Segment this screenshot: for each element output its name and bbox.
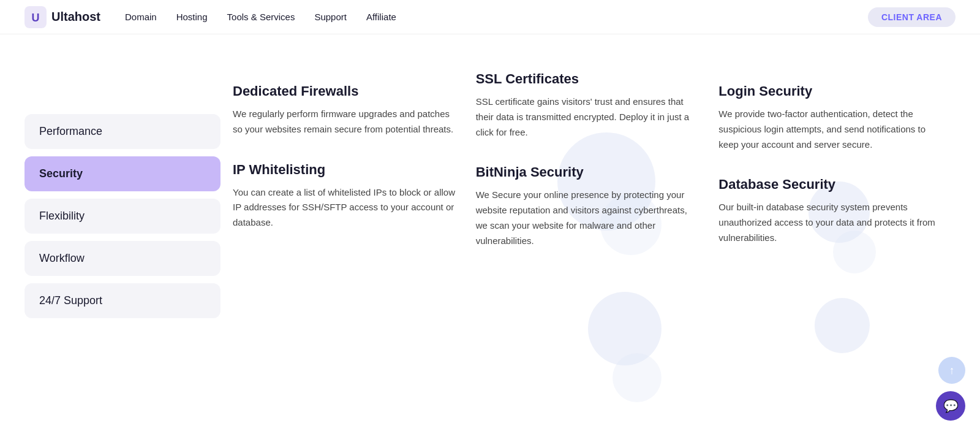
sidebar-item-security[interactable]: Security <box>24 156 221 191</box>
feature-column-3: Login Security We provide two-factor aut… <box>718 71 943 414</box>
feature-ip-whitelisting: IP Whitelisting You can create a list of… <box>233 162 458 231</box>
feature-desc: We Secure your online presence by protec… <box>476 188 701 248</box>
main-content: Performance Security Flexibility Workflo… <box>0 34 980 439</box>
feature-desc: Our built-in database security system pr… <box>718 200 943 245</box>
chat-button[interactable]: 💬 <box>936 391 965 421</box>
nav-hosting[interactable]: Hosting <box>176 12 208 22</box>
scroll-to-top-button[interactable]: ↑ <box>938 357 965 384</box>
feature-desc: You can create a list of whitelisted IPs… <box>233 185 458 231</box>
feature-column-1: Dedicated Firewalls We regularly perform… <box>233 71 458 414</box>
feature-title: SSL Certificates <box>476 71 701 87</box>
header: U Ultahost Domain Hosting Tools & Servic… <box>0 0 980 34</box>
feature-title: Login Security <box>718 83 943 99</box>
feature-desc: SSL certificate gains visitors' trust an… <box>476 94 701 140</box>
nav-support[interactable]: Support <box>314 12 347 22</box>
feature-dedicated-firewalls: Dedicated Firewalls We regularly perform… <box>233 83 458 137</box>
svg-text:U: U <box>32 12 40 24</box>
nav-affiliate[interactable]: Affiliate <box>366 12 396 22</box>
feature-column-2: SSL Certificates SSL certificate gains v… <box>476 71 701 414</box>
feature-title: BitNinja Security <box>476 164 701 180</box>
feature-ssl-certificates: SSL Certificates SSL certificate gains v… <box>476 71 701 140</box>
sidebar-item-performance[interactable]: Performance <box>24 114 221 149</box>
sidebar-item-workflow[interactable]: Workflow <box>24 241 221 276</box>
sidebar-item-support[interactable]: 24/7 Support <box>24 283 221 318</box>
nav-domain[interactable]: Domain <box>125 12 157 22</box>
feature-login-security: Login Security We provide two-factor aut… <box>718 83 943 152</box>
feature-title: IP Whitelisting <box>233 162 458 178</box>
feature-database-security: Database Security Our built-in database … <box>718 177 943 245</box>
nav-tools[interactable]: Tools & Services <box>227 12 295 22</box>
logo-icon: U <box>24 6 47 28</box>
feature-desc: We regularly perform firmware upgrades a… <box>233 107 458 137</box>
sidebar: Performance Security Flexibility Workflo… <box>24 71 221 414</box>
feature-bitninja-security: BitNinja Security We Secure your online … <box>476 164 701 248</box>
feature-title: Database Security <box>718 177 943 193</box>
logo-text: Ultahost <box>51 10 100 24</box>
feature-desc: We provide two-factor authentication, de… <box>718 107 943 152</box>
sidebar-item-flexibility[interactable]: Flexibility <box>24 199 221 234</box>
client-area-button[interactable]: CLIENT AREA <box>868 7 956 27</box>
feature-title: Dedicated Firewalls <box>233 83 458 99</box>
features-grid: Dedicated Firewalls We regularly perform… <box>221 71 956 414</box>
logo[interactable]: U Ultahost <box>24 6 100 28</box>
main-nav: Domain Hosting Tools & Services Support … <box>125 12 868 22</box>
